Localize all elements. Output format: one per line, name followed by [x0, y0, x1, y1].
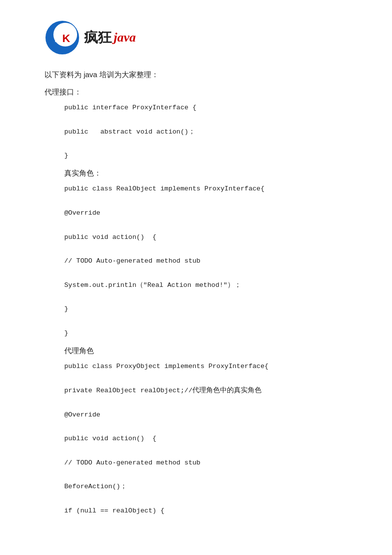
code-line: BeforeAction()； — [64, 481, 348, 493]
code-line: // TODO Auto-generated method stub — [64, 255, 348, 267]
logo-text: 疯狂 java — [84, 28, 136, 47]
intro-text: 以下资料为 java 培训为大家整理： — [44, 70, 348, 80]
code-line: public class ProxyObject implements Prox… — [64, 361, 348, 372]
code-line — [64, 316, 348, 327]
code-line: @Override — [64, 207, 348, 219]
code-line — [64, 373, 348, 385]
code-block-1: public interface ProxyInterface { public… — [44, 102, 348, 162]
code-line: @Override — [64, 409, 348, 421]
section-label-3: 代理角色 — [44, 346, 348, 356]
code-block-2: public class RealObject implements Proxy… — [44, 183, 348, 339]
section-label-1: 代理接口： — [44, 88, 348, 97]
code-line — [64, 397, 348, 409]
code-line: public void action() { — [64, 433, 348, 445]
code-line — [64, 291, 348, 303]
code-line: } — [64, 150, 348, 162]
code-line — [64, 195, 348, 207]
svg-text:K: K — [62, 32, 70, 45]
code-line — [64, 469, 348, 481]
code-line — [64, 114, 348, 126]
code-line: System.out.println（"Real Action method!"… — [64, 279, 348, 291]
logo-java: java — [114, 30, 136, 45]
code-line: public void action() { — [64, 231, 348, 243]
code-line — [64, 493, 348, 505]
logo-area: F K 疯狂 java — [44, 20, 348, 55]
code-line: public abstract void action()； — [64, 126, 348, 138]
code-line — [64, 219, 348, 231]
code-line — [64, 138, 348, 150]
code-block-3: public class ProxyObject implements Prox… — [44, 361, 348, 517]
code-line: } — [64, 327, 348, 339]
code-line: public class RealObject implements Proxy… — [64, 183, 348, 195]
code-line — [64, 268, 348, 279]
svg-text:F: F — [54, 31, 62, 45]
code-line: private RealObject realObject;//代理角色中的真实… — [64, 385, 348, 397]
logo-icon: F K — [44, 20, 80, 55]
section-label-2: 真实角色： — [44, 169, 348, 178]
code-line: } — [64, 303, 348, 315]
code-line: public interface ProxyInterface { — [64, 102, 348, 114]
logo-chinese: 疯狂 — [84, 28, 112, 47]
code-line: // TODO Auto-generated method stub — [64, 457, 348, 469]
code-line — [64, 445, 348, 457]
code-line — [64, 243, 348, 255]
code-line — [64, 421, 348, 433]
code-line: if (null == realObject) { — [64, 505, 348, 517]
